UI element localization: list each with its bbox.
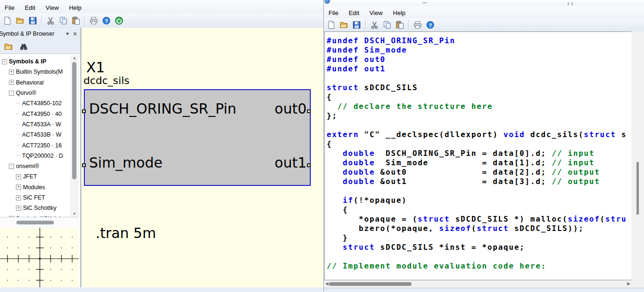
code-line: #undef DSCH_ORING_SR_Pin — [327, 36, 631, 46]
tree-item-qorvo[interactable]: -Qorvo® — [0, 88, 70, 98]
toolbar-separator — [365, 20, 366, 30]
panel-close-icon[interactable]: ✕ — [71, 31, 79, 37]
menu-file[interactable]: File — [0, 3, 20, 13]
paste-icon[interactable] — [394, 19, 405, 31]
tree-scroll-thumb[interactable] — [72, 62, 76, 179]
tree-item-sic-schottky[interactable]: +SiC Schottky — [0, 203, 70, 213]
tree-item-modules[interactable]: +Modules — [0, 182, 70, 192]
tree-connector — [16, 103, 20, 104]
open-folder-icon[interactable] — [15, 15, 26, 26]
tree-item-onsemi[interactable]: -onsemi® — [0, 161, 70, 171]
pin-square — [307, 163, 311, 167]
toolbar-separator — [408, 20, 409, 30]
menu-help[interactable]: Help — [388, 8, 411, 18]
schematic-canvas[interactable]: X1 dcdc_sils DSCH_ORING_SR_Pin out0 Sim_… — [81, 28, 324, 287]
menu-edit[interactable]: Edit — [20, 3, 41, 13]
tree-item-symbols-ip[interactable]: -Symbols & IP — [0, 56, 70, 67]
code-line: #undef out1 — [327, 64, 631, 74]
code-vertical-scrollbar[interactable] — [631, 31, 644, 288]
menu-file[interactable]: File — [324, 8, 344, 18]
tree-item-label: onsemi® — [16, 163, 39, 169]
collapse-toggle-icon[interactable]: - — [2, 59, 7, 64]
code-line: // Implement module evaluation code here… — [327, 261, 631, 271]
tree-item-act43950-40[interactable]: ACT43950 · 40 — [0, 108, 70, 119]
expand-toggle-icon[interactable]: + — [16, 184, 21, 190]
pin-square — [82, 163, 86, 167]
panel-menu-caret-icon[interactable]: ▼ — [64, 31, 71, 36]
save-icon[interactable] — [351, 19, 362, 31]
code-menubar: FileEditViewHelp — [324, 6, 644, 19]
tree-item-act4533b-w[interactable]: ACT4533B · W — [0, 130, 70, 140]
code-line — [327, 74, 631, 83]
copy-icon[interactable] — [58, 15, 69, 26]
help-icon[interactable]: ? — [425, 19, 436, 31]
scroll-up-icon[interactable]: ▲ — [70, 56, 79, 60]
code-line — [327, 186, 631, 196]
tree-item-sic-fet[interactable]: +SiC FET — [0, 192, 70, 203]
tree-hscroll-thumb[interactable] — [16, 221, 54, 224]
tree-item-label: ACT43950 · 40 — [22, 111, 62, 117]
expand-toggle-icon[interactable]: + — [9, 69, 14, 75]
tree-item-label: Builtin Symbols(M — [16, 69, 63, 75]
toolbar-separator — [84, 16, 85, 25]
expand-toggle-icon[interactable]: + — [16, 174, 21, 179]
find-binoculars-icon[interactable] — [18, 41, 29, 53]
qspice-app: FileEditViewHelp ? Symbol & IP Browser ▼… — [0, 0, 644, 292]
menu-view[interactable]: View — [41, 3, 64, 13]
tree-item-label: SiC Schottky — [23, 205, 57, 211]
new-document-icon[interactable] — [326, 19, 337, 31]
code-line: *opaque = (struct sDCDC_SILS *) malloc(s… — [327, 215, 631, 224]
expand-toggle-icon[interactable]: + — [16, 206, 21, 211]
component-name[interactable]: dcdc_sils — [83, 75, 129, 86]
menu-edit[interactable]: Edit — [344, 8, 365, 18]
code-horizontal-scrollbar[interactable]: ◀ ▶ — [324, 280, 631, 288]
scroll-right-icon[interactable]: ▶ — [627, 281, 630, 286]
tree-item-behavioral[interactable]: +Behavioral — [0, 77, 70, 88]
code-editor[interactable]: #undef DSCH_ORING_SR_Pin#undef Sim_mode#… — [324, 31, 631, 280]
code-line: double Sim_mode = data[1].d; // input — [327, 158, 631, 168]
print-icon[interactable] — [412, 19, 423, 31]
tree-item-label: SiC FET — [23, 194, 45, 201]
scroll-down-icon[interactable]: ▼ — [70, 212, 79, 216]
tree-horizontal-scrollbar[interactable] — [0, 217, 79, 228]
collapse-toggle-icon[interactable]: - — [9, 164, 14, 169]
menu-view[interactable]: View — [365, 8, 388, 18]
open-folder-icon[interactable] — [338, 19, 350, 31]
open-folder-icon[interactable] — [3, 41, 14, 53]
tree-item-act43850-102[interactable]: ACT43850-102 — [0, 98, 70, 108]
tree-item-act72350-16[interactable]: ACT72350 · 16 — [0, 140, 70, 150]
simulation-directive[interactable]: .tran 5m — [96, 225, 156, 241]
code-vscroll-thumb[interactable] — [637, 162, 639, 215]
tree-item-builtin-symbols-m[interactable]: +Builtin Symbols(M — [0, 67, 70, 77]
tree-item-tqp200002-d[interactable]: TQP200002 · D — [0, 151, 70, 161]
tree-item-jfet[interactable]: +JFET — [0, 171, 70, 182]
paste-icon[interactable] — [70, 15, 82, 26]
code-line: double &out1 = data[3].d; // output — [327, 177, 631, 186]
schematic-toolbar: ? — [0, 13, 323, 28]
tree-connector — [16, 114, 20, 115]
scroll-left-icon[interactable]: ◀ — [325, 281, 329, 286]
component-symbol-box[interactable]: DSCH_ORING_SR_Pin out0 Sim_mode out1 — [84, 89, 311, 186]
copy-icon[interactable] — [382, 19, 393, 31]
code-line: #undef Sim_mode — [327, 46, 631, 55]
code-hscroll-thumb[interactable] — [329, 282, 412, 286]
component-reference[interactable]: X1 — [86, 60, 105, 75]
run-power-icon[interactable] — [113, 15, 125, 26]
tree-item-act4533a-w[interactable]: ACT4533A · W — [0, 119, 70, 130]
save-icon[interactable] — [27, 15, 38, 26]
cut-icon[interactable] — [45, 15, 56, 26]
collapse-toggle-icon[interactable]: - — [9, 91, 14, 96]
toolbar-separator — [41, 16, 42, 25]
expand-toggle-icon[interactable]: + — [16, 195, 21, 200]
cut-icon[interactable] — [369, 19, 380, 31]
menu-help[interactable]: Help — [64, 3, 87, 13]
tree-item-label: ACT4533A · W — [22, 121, 61, 128]
expand-toggle-icon[interactable]: + — [9, 80, 14, 85]
help-icon[interactable]: ? — [101, 15, 112, 26]
tree-vertical-scrollbar[interactable]: ▲ ▼ — [70, 55, 79, 217]
svg-text:?: ? — [428, 22, 432, 29]
symbol-ip-browser-panel: Symbol & IP Browser ▼ ✕ -Symbols & IP+Bu… — [0, 28, 81, 287]
symbol-tree: -Symbols & IP+Builtin Symbols(M+Behavior… — [0, 55, 70, 218]
new-document-icon[interactable] — [2, 15, 13, 26]
print-icon[interactable] — [88, 15, 99, 26]
